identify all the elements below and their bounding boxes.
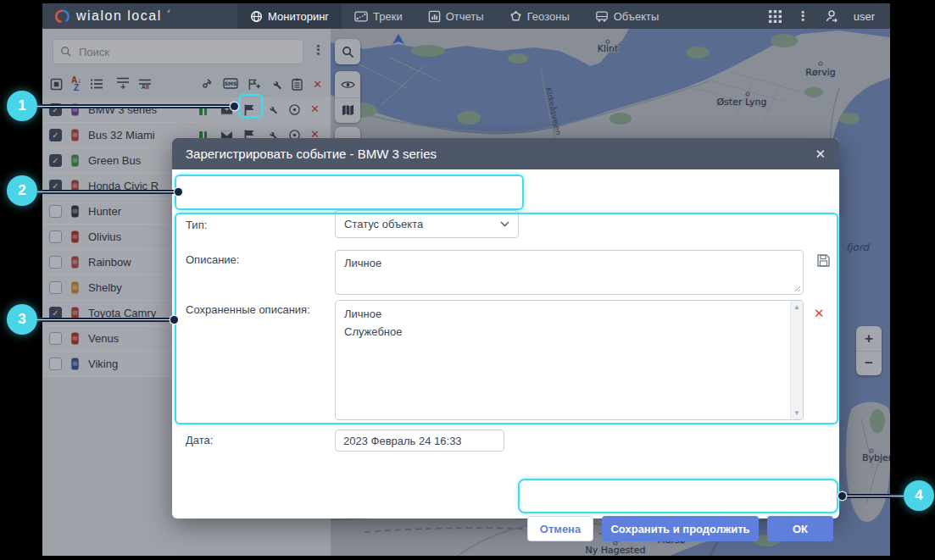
tab-label: Мониторинг	[268, 10, 329, 23]
date-field-wrap	[335, 430, 504, 452]
callout-dot-4	[838, 492, 846, 500]
globe-icon	[250, 10, 263, 23]
ok-button[interactable]: ОК	[767, 516, 833, 541]
main-nav: Мониторинг Треки Отчеты Геозоны Объекты	[237, 3, 671, 29]
close-icon[interactable]: ✕	[815, 147, 826, 162]
tab-monitoring[interactable]: Мониторинг	[237, 3, 342, 29]
logo-arrow: ›	[165, 7, 173, 14]
cancel-button[interactable]: Отмена	[527, 516, 593, 541]
callout-badge-1: 1	[7, 91, 37, 121]
callout-box-type-row	[175, 175, 524, 210]
callout-line-3	[37, 318, 172, 322]
callout-line-1	[37, 104, 232, 108]
callout-line-2	[37, 190, 176, 194]
dialog-title: Зарегистрировать событие - BMW 3 series	[186, 147, 437, 161]
topbar: wialon local › Мониторинг Треки Отчеты Г…	[42, 3, 890, 29]
tab-units[interactable]: Объекты	[582, 3, 672, 29]
callout-dot-3	[170, 316, 178, 324]
date-label: Дата:	[186, 434, 213, 446]
apps-grid-icon[interactable]	[769, 10, 782, 23]
geofence-icon	[509, 10, 522, 23]
callout-dot-2	[175, 188, 182, 196]
user-icon[interactable]	[825, 9, 838, 23]
track-icon	[354, 10, 368, 23]
more-menu-icon[interactable]: ⋮	[797, 8, 810, 24]
report-icon	[428, 10, 441, 23]
callout-box-flag-icon	[239, 94, 263, 118]
callout-dot-1	[231, 103, 238, 110]
wialon-logo-icon	[54, 8, 70, 25]
callout-line-4	[845, 494, 904, 498]
bus-icon	[595, 10, 609, 23]
callout-box-buttons	[518, 479, 838, 513]
tab-label: Треки	[373, 10, 403, 23]
callout-badge-3: 3	[7, 304, 37, 335]
tab-geofences[interactable]: Геозоны	[497, 3, 582, 29]
username-label[interactable]: user	[854, 10, 875, 23]
callout-box-fields	[175, 213, 838, 424]
logo-text: wialon local	[76, 8, 162, 24]
dialog-header: Зарегистрировать событие - BMW 3 series …	[172, 138, 839, 169]
app-logo: wialon local ›	[42, 8, 237, 25]
callout-badge-2: 2	[7, 175, 37, 206]
tab-label: Объекты	[614, 10, 660, 23]
tab-label: Отчеты	[446, 10, 484, 23]
tab-tracks[interactable]: Треки	[342, 3, 415, 29]
callout-badge-4: 4	[904, 480, 934, 511]
date-input[interactable]	[336, 430, 504, 451]
tab-label: Геозоны	[527, 10, 570, 23]
save-and-continue-button[interactable]: Сохранить и продолжить	[602, 516, 759, 541]
tab-reports[interactable]: Отчеты	[415, 3, 497, 29]
